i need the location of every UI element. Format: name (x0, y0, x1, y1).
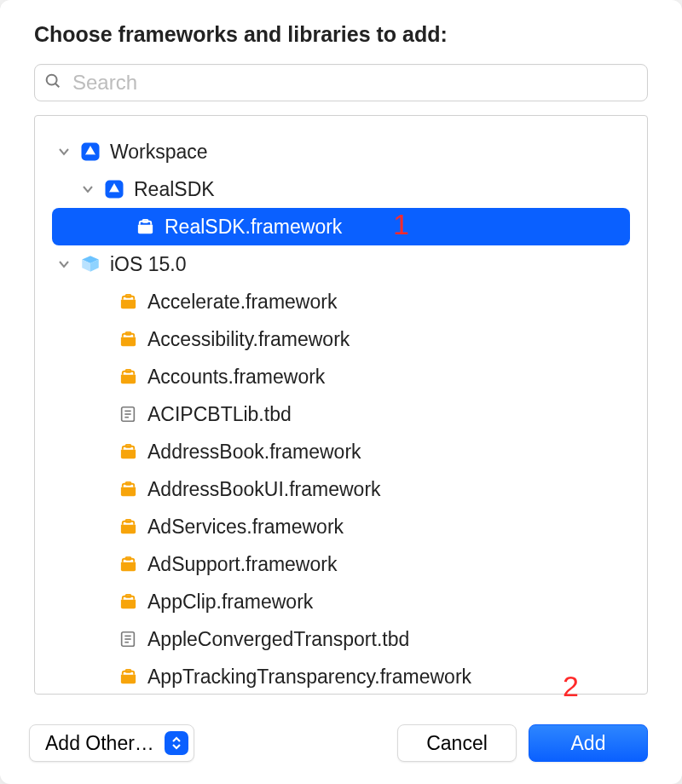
chevron-down-icon (81, 182, 95, 196)
cancel-label: Cancel (426, 732, 488, 754)
app-icon (79, 141, 101, 163)
sdk-item-label: AddressBook.framework (147, 441, 361, 464)
toolbox-icon (117, 366, 139, 388)
tree-row-sdk-item[interactable]: AddressBookUI.framework (35, 470, 647, 508)
sheet-title: Choose frameworks and libraries to add: (34, 22, 648, 47)
sdk-item-label: AddressBookUI.framework (147, 478, 381, 501)
sdk-item-label: AdServices.framework (147, 516, 344, 539)
selected-framework-label: RealSDK.framework (165, 216, 342, 239)
footer: Add Other… Cancel Add (29, 724, 648, 762)
svg-point-0 (47, 75, 57, 85)
framework-tree[interactable]: Workspace RealSDK RealSDK.framework 1 (34, 115, 648, 695)
box-icon (79, 253, 101, 275)
sdk-item-label: Accessibility.framework (147, 328, 350, 351)
tree-row-sdk-item[interactable]: ACIPCBTLib.tbd (35, 395, 647, 433)
search-input[interactable] (71, 70, 639, 95)
tree-row-workspace[interactable]: Workspace (35, 133, 647, 170)
add-button[interactable]: Add (529, 724, 648, 762)
workspace-label: Workspace (110, 141, 208, 164)
toolbox-icon (117, 441, 139, 463)
sdk-item-label: AppTrackingTransparency.framework (147, 666, 471, 689)
sdk-item-label: AppClip.framework (147, 591, 313, 614)
sdk-item-label: ACIPCBTLib.tbd (147, 403, 292, 426)
framework-picker-sheet: Choose frameworks and libraries to add: … (0, 0, 682, 784)
app-icon (103, 178, 125, 200)
annotation-1: 1 (393, 208, 409, 241)
cancel-button[interactable]: Cancel (397, 724, 517, 762)
tree-row-sdk-item[interactable]: AdServices.framework (35, 508, 647, 545)
sdk-label: iOS 15.0 (110, 253, 187, 276)
add-other-button[interactable]: Add Other… (29, 724, 194, 762)
chevron-down-icon (57, 145, 71, 159)
toolbox-icon (117, 291, 139, 313)
updown-icon (165, 731, 188, 755)
add-other-label: Add Other… (45, 732, 154, 755)
add-label: Add (571, 732, 606, 754)
sdk-item-label: Accounts.framework (147, 366, 325, 389)
chevron-down-icon (57, 257, 71, 271)
tree-row-sdk-item[interactable]: AdSupport.framework (35, 545, 647, 583)
toolbox-icon (117, 516, 139, 538)
tree: Workspace RealSDK RealSDK.framework 1 (35, 133, 647, 695)
tree-row-selected-framework[interactable]: RealSDK.framework 1 (52, 208, 630, 245)
toolbox-icon (117, 478, 139, 500)
toolbox-icon (117, 553, 139, 575)
tree-row-sdk-item[interactable]: Accounts.framework (35, 358, 647, 395)
sdk-item-label: Accelerate.framework (147, 291, 337, 314)
search-field[interactable] (34, 64, 648, 101)
toolbox-icon (134, 216, 156, 238)
tree-row-sdk-item[interactable]: Accessibility.framework (35, 320, 647, 358)
code-file-icon (117, 403, 139, 425)
sdk-item-label: AppleConvergedTransport.tbd (147, 628, 409, 651)
tree-row-sdk-item[interactable]: AppTrackingTransparency.framework (35, 658, 647, 695)
toolbox-icon (117, 591, 139, 613)
tree-row-sdk-item[interactable]: AppClip.framework (35, 583, 647, 620)
tree-row-sdk-item[interactable]: AppleConvergedTransport.tbd (35, 620, 647, 658)
project-label: RealSDK (134, 178, 215, 201)
tree-row-sdk-item[interactable]: AddressBook.framework (35, 433, 647, 470)
tree-row-sdk-item[interactable]: Accelerate.framework (35, 283, 647, 320)
toolbox-icon (117, 666, 139, 688)
sdk-item-label: AdSupport.framework (147, 553, 337, 576)
svg-line-1 (55, 84, 59, 87)
toolbox-icon (117, 328, 139, 350)
tree-row-project[interactable]: RealSDK (35, 170, 647, 208)
code-file-icon (117, 628, 139, 650)
search-icon (43, 72, 62, 94)
tree-row-sdk[interactable]: iOS 15.0 (35, 245, 647, 283)
